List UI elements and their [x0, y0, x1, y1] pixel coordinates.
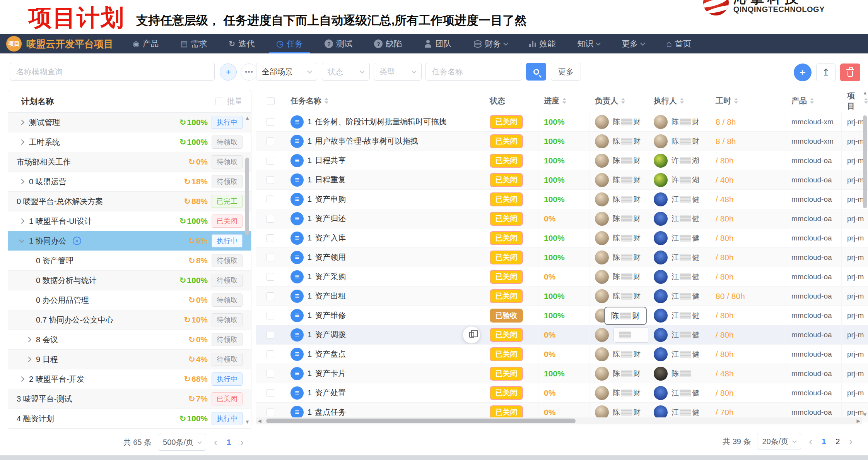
task-row[interactable]: 1 资产维修 已验收 100% 陈财 陈财 — [256, 306, 868, 325]
plan-tree-row[interactable]: 9 日程 ↻ 4% 待领取 — [8, 350, 251, 369]
column-header[interactable]: 状态 — [484, 96, 538, 106]
row-checkbox[interactable] — [267, 350, 274, 358]
row-checkbox[interactable] — [267, 196, 274, 203]
plan-tree-row[interactable]: 1 协同办公 ↻ 9% 执行中 — [8, 231, 251, 251]
column-header[interactable]: 产品 — [786, 96, 842, 106]
scroll-left-icon[interactable]: ◀ — [256, 418, 263, 424]
plan-tree-row[interactable]: 1 唛盟平台-UI设计 ↻ 100% 已关闭 — [8, 211, 251, 231]
more-filters-button[interactable]: 更多 — [551, 63, 581, 81]
tree-expand-icon[interactable] — [26, 357, 31, 362]
task-row[interactable]: 1 资产领用 已关闭 100% 陈财 陈财 — [256, 248, 868, 267]
task-name-cell[interactable]: 1 日程重复 — [285, 170, 484, 189]
task-row[interactable]: 1 日程共享 已关闭 100% 陈财 陈财 — [256, 151, 868, 170]
sort-icon[interactable] — [621, 98, 625, 104]
delete-button[interactable] — [840, 64, 860, 81]
task-name-cell[interactable]: 1 资产处置 — [285, 383, 484, 402]
scroll-down-icon[interactable]: ▼ — [863, 412, 868, 417]
nav-item[interactable]: 团队 — [420, 34, 455, 53]
nav-item[interactable]: 效能 — [525, 34, 559, 53]
task-name-cell[interactable]: 1 资产维修 — [285, 306, 484, 325]
nav-item[interactable]: 产品 — [129, 34, 162, 53]
plan-tree-row[interactable]: 0 资产管理 ↻ 8% 待领取 — [8, 251, 251, 271]
task-row[interactable]: 1 资产归还 已关闭 0% 陈财 陈财 — [256, 209, 868, 228]
scrollbar-thumb[interactable] — [863, 115, 867, 208]
tree-expand-icon[interactable] — [19, 179, 24, 184]
add-task-button[interactable]: + — [794, 64, 812, 81]
copy-task-button[interactable] — [463, 326, 480, 343]
sort-icon[interactable] — [680, 98, 684, 104]
task-row[interactable]: 1 资产卡片 已关闭 100% 陈财 陈财 — [256, 364, 868, 383]
tree-expand-icon[interactable] — [26, 337, 31, 342]
row-checkbox[interactable] — [267, 215, 274, 223]
task-name-cell[interactable]: 1 资产领用 — [285, 248, 484, 267]
column-header[interactable]: 执行人 — [648, 96, 710, 106]
nav-item[interactable]: 测试 — [321, 34, 356, 53]
nav-item[interactable]: 迭代 — [225, 34, 258, 53]
nav-item[interactable]: 任务 — [272, 34, 307, 53]
task-row[interactable]: 1 资产入库 已关闭 100% 陈财 陈财 — [256, 228, 868, 248]
row-checkbox[interactable] — [267, 370, 274, 378]
tree-expand-icon[interactable] — [19, 139, 24, 145]
sort-icon[interactable] — [325, 98, 328, 104]
project-name[interactable]: 唛盟云开发平台项目 — [26, 38, 113, 50]
table-horizontal-scrollbar[interactable]: ◀ ▶ — [256, 417, 862, 424]
task-row[interactable]: 1 日程重复 已关闭 100% 陈财 陈财 — [256, 170, 868, 190]
scroll-up-icon[interactable]: ▲ — [245, 115, 250, 121]
nav-item[interactable]: 缺陷 — [370, 34, 406, 53]
row-checkbox[interactable] — [267, 409, 274, 416]
column-header[interactable]: 进度 — [538, 96, 589, 106]
plan-tree-scrollbar[interactable]: ▲ ▼ — [244, 115, 250, 425]
owner-inline-select[interactable] — [613, 327, 648, 343]
page-number-1[interactable]: 1 — [820, 437, 828, 446]
task-name-cell[interactable]: 1 资产盘点 — [285, 345, 484, 364]
plan-tree-row[interactable]: 市场部相关工作 ↻ 0% 待领取 — [8, 152, 251, 172]
task-row[interactable]: 1 资产申购 已关闭 100% 陈财 陈财 — [256, 190, 868, 209]
status-select[interactable]: 状态 — [322, 63, 370, 81]
row-checkbox[interactable] — [267, 331, 274, 339]
plan-tree-row[interactable]: 0 唛盟平台-总体解决方案 ↻ 88% 已完工 — [8, 192, 251, 211]
add-plan-button[interactable]: + — [220, 64, 237, 81]
plan-name-search-input[interactable] — [10, 63, 215, 81]
plan-tree-row[interactable]: 3 唛盟平台-测试 ↻ 7% 已关闭 — [8, 389, 251, 409]
scroll-up-icon[interactable]: ▲ — [863, 90, 868, 96]
type-select[interactable]: 类型 — [374, 63, 422, 81]
row-checkbox[interactable] — [267, 137, 274, 145]
sort-icon[interactable] — [810, 98, 814, 104]
prev-page-button[interactable]: ‹ — [212, 436, 219, 448]
scrollbar-thumb[interactable] — [245, 158, 249, 235]
task-row[interactable]: 1 资产调拨 已关闭 0% 陈财 陈财 — [256, 325, 868, 345]
tree-expand-icon[interactable] — [19, 376, 24, 382]
plan-tree-row[interactable]: 0 数据分析与统计 ↻ 100% 待领取 — [8, 271, 251, 290]
scroll-down-icon[interactable]: ▼ — [245, 419, 250, 425]
nav-item[interactable]: 知识 — [573, 34, 604, 53]
task-row[interactable]: 1 任务树、阶段计划树批量编辑时可拖拽 已关闭 100% 陈财 陈财 — [256, 112, 868, 132]
page-number-1[interactable]: 1 — [225, 438, 233, 447]
task-row[interactable]: 1 资产处置 已关闭 0% 陈财 陈财 — [256, 383, 868, 403]
tree-expand-icon[interactable] — [19, 237, 24, 243]
locate-icon[interactable] — [73, 237, 81, 245]
row-checkbox[interactable] — [267, 254, 274, 261]
row-checkbox[interactable] — [267, 157, 274, 165]
scrollbar-thumb[interactable] — [266, 419, 576, 423]
task-name-search-input[interactable] — [425, 63, 522, 81]
task-name-cell[interactable]: 1 日程共享 — [285, 151, 484, 170]
sort-icon[interactable] — [734, 98, 738, 104]
task-row[interactable]: 1 资产出租 已关闭 100% 陈财 陈财 — [256, 287, 868, 306]
task-name-cell[interactable]: 1 资产出租 — [285, 287, 484, 306]
task-name-cell[interactable]: 1 资产采购 — [285, 267, 484, 286]
task-name-cell[interactable]: 1 资产调拨 — [285, 325, 484, 344]
task-name-cell[interactable]: 1 用户故事管理-故事树可以拖拽 — [285, 132, 484, 151]
plan-page-size-select[interactable]: 500条/页 — [158, 434, 206, 451]
row-checkbox[interactable] — [267, 312, 274, 319]
task-row[interactable]: 1 资产采购 已关闭 0% 陈财 陈财 — [256, 267, 868, 287]
task-name-cell[interactable]: 1 资产卡片 — [285, 364, 484, 383]
plan-tree-row[interactable]: 0 唛盟运营 ↻ 18% 待领取 — [8, 172, 251, 192]
scene-select[interactable]: 全部场景 — [256, 63, 317, 81]
row-checkbox[interactable] — [267, 234, 274, 242]
plan-tree-row[interactable]: 8 会议 ↻ 0% 待领取 — [8, 330, 251, 350]
column-header[interactable]: 任务名称 — [285, 96, 484, 106]
row-checkbox[interactable] — [267, 389, 274, 397]
row-checkbox[interactable] — [267, 176, 274, 184]
task-row[interactable]: 1 用户故事管理-故事树可以拖拽 已关闭 100% 陈财 陈财 — [256, 132, 868, 151]
row-checkbox[interactable] — [267, 292, 274, 300]
